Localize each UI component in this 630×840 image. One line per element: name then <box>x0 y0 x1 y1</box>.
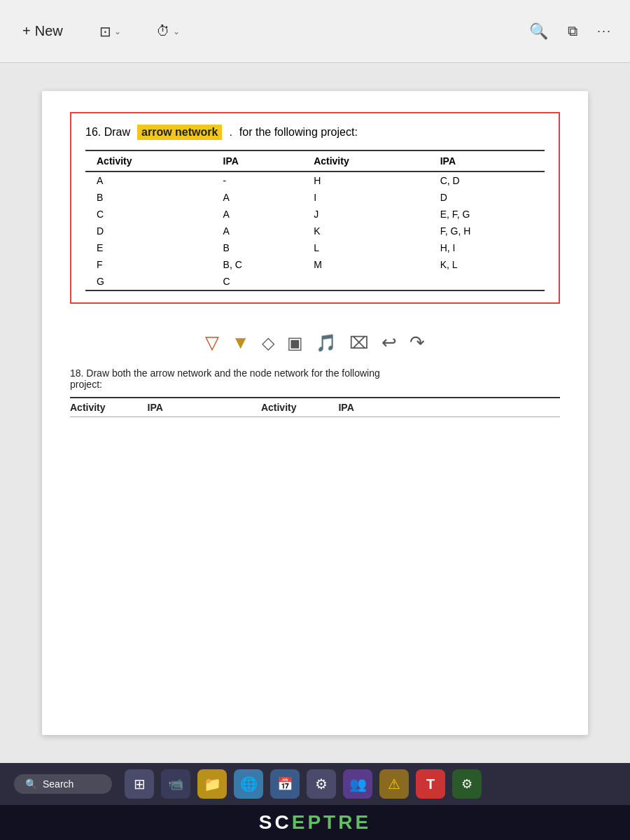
right-ipa-1: D <box>429 189 545 206</box>
taskbar-grid-icon[interactable]: ⊞ <box>125 769 154 799</box>
taskbar-folder-icon[interactable]: 📁 <box>197 769 227 799</box>
col1-ipa-header: IPA <box>212 150 303 172</box>
table-row: F B, C M K, L <box>85 256 545 273</box>
left-ipa-3: A <box>212 223 303 239</box>
browser-icon: 🌐 <box>240 776 258 792</box>
right-activity-2: J <box>302 206 429 223</box>
taskbar-warning-icon[interactable]: ⚠ <box>379 769 409 799</box>
search-icon: 🔍 <box>25 778 37 790</box>
table-row: C A J E, F, G <box>85 206 545 223</box>
new-tab-button[interactable]: ⊡ ⌄ <box>92 19 128 44</box>
brand-sc: SC <box>259 811 292 833</box>
undo-icon[interactable]: ↩ <box>382 332 397 354</box>
table-row: D A K F, G, H <box>85 223 545 239</box>
taskbar-browser-icon[interactable]: 🌐 <box>234 769 263 799</box>
table-header-row: Activity IPA Activity IPA <box>85 150 545 172</box>
note-icon[interactable]: 🎵 <box>316 333 337 353</box>
right-ipa-3: F, G, H <box>429 223 545 239</box>
t-icon: T <box>426 776 435 792</box>
col2-ipa-header: IPA <box>429 150 545 172</box>
left-ipa-0: - <box>212 172 303 189</box>
right-ipa-2: E, F, G <box>429 206 545 223</box>
diamond-icon[interactable]: ◇ <box>262 333 274 353</box>
left-activity-3: D <box>85 223 212 239</box>
p18-col1-activity: Activity <box>70 402 106 413</box>
page-content: 16. Draw arrow network . for the followi… <box>42 91 588 735</box>
left-ipa-6: C <box>212 273 303 290</box>
redo-icon[interactable]: ↷ <box>410 332 425 354</box>
right-activity-0: H <box>302 172 429 189</box>
clock-button[interactable]: ⏱ ⌄ <box>149 19 187 43</box>
problem-16-period: . <box>229 126 232 139</box>
extra-icon: ⚙ <box>461 776 472 792</box>
folder-icon: 📁 <box>204 776 221 792</box>
video-icon: 📹 <box>168 776 183 792</box>
team-icon: 👥 <box>349 776 367 792</box>
copy-icon[interactable]: ⧉ <box>564 19 582 43</box>
right-activity-3: K <box>302 223 429 239</box>
calendar-icon: 📅 <box>277 776 293 792</box>
left-ipa-5: B, C <box>212 256 303 273</box>
col2-activity-header: Activity <box>302 150 429 172</box>
p18-col2-ipa: IPA <box>338 402 354 413</box>
taskbar-extra-icon[interactable]: ⚙ <box>452 769 482 799</box>
brand-text: SCEPTRE <box>259 811 371 834</box>
problem-16-number: 16. Draw <box>85 126 130 139</box>
right-activity-4: L <box>302 239 429 256</box>
table-row-last: G C <box>85 273 545 290</box>
rectangle-icon[interactable]: ▣ <box>287 333 303 353</box>
table-row: B A I D <box>85 189 545 206</box>
taskbar-icons: ⊞ 📹 📁 🌐 📅 ⚙ 👥 ⚠ T <box>125 769 482 799</box>
settings-icon: ⚙ <box>315 776 328 792</box>
clock-chevron: ⌄ <box>173 27 180 36</box>
left-ipa-2: A <box>212 206 303 223</box>
plus-icon: + <box>22 23 31 39</box>
taskbar-t-icon[interactable]: T <box>416 769 445 799</box>
taskbar-settings-icon[interactable]: ⚙ <box>307 769 336 799</box>
right-activity-6 <box>302 273 429 290</box>
col1-activity-header: Activity <box>85 150 212 172</box>
search-label: Search <box>43 778 74 790</box>
problem-18-text2: project: <box>70 379 102 390</box>
left-activity-1: B <box>85 189 212 206</box>
right-activity-5: M <box>302 256 429 273</box>
problem-18-text: 18. Draw both the arrow network and the … <box>70 368 380 379</box>
brand-eptre: EPTRE <box>292 811 371 833</box>
problem-16-title: 16. Draw arrow network . for the followi… <box>85 125 545 140</box>
filter-active-icon[interactable]: ▼ <box>232 332 250 354</box>
taskbar-calendar-icon[interactable]: 📅 <box>270 769 300 799</box>
more-menu-icon[interactable]: ··· <box>593 20 616 43</box>
left-activity-0: A <box>85 172 212 189</box>
new-label: New <box>35 23 63 39</box>
right-ipa-5: K, L <box>429 256 545 273</box>
left-ipa-1: A <box>212 189 303 206</box>
problem-18-table-header: Activity IPA Activity IPA <box>70 397 560 417</box>
clock-icon: ⏱ <box>156 23 170 39</box>
content-toolbar: ▽ ▼ ◇ ▣ 🎵 ⌧ ↩ ↷ <box>70 325 560 360</box>
taskbar-bottom: SCEPTRE <box>0 805 630 840</box>
taskbar: 🔍 Search ⊞ 📹 📁 🌐 📅 ⚙ 👥 <box>0 763 630 840</box>
filter-icon[interactable]: ▽ <box>205 332 219 354</box>
taskbar-top: 🔍 Search ⊞ 📹 📁 🌐 📅 ⚙ 👥 <box>0 763 630 805</box>
problem-16-table: Activity IPA Activity IPA A - H C, D B <box>85 150 545 291</box>
taskbar-team-icon[interactable]: 👥 <box>343 769 372 799</box>
right-ipa-6 <box>429 273 545 290</box>
search-icon[interactable]: 🔍 <box>525 18 552 45</box>
left-activity-2: C <box>85 206 212 223</box>
table-row: E B L H, I <box>85 239 545 256</box>
p18-col2-activity: Activity <box>261 402 297 413</box>
content-area: 16. Draw arrow network . for the followi… <box>0 63 630 763</box>
problem-16-highlight: arrow network <box>137 125 222 140</box>
left-activity-5: F <box>85 256 212 273</box>
taskbar-search[interactable]: 🔍 Search <box>14 774 112 794</box>
problem-18-area: 18. Draw both the arrow network and the … <box>70 368 560 417</box>
new-tab-icon: ⊡ <box>99 23 111 40</box>
new-tab-chevron: ⌄ <box>114 27 121 36</box>
grid-icon: ⊞ <box>134 776 146 792</box>
left-activity-4: E <box>85 239 212 256</box>
taskbar-video-icon[interactable]: 📹 <box>161 769 190 799</box>
crop-icon[interactable]: ⌧ <box>349 333 369 353</box>
left-activity-6: G <box>85 273 212 290</box>
new-button[interactable]: + New <box>14 18 71 45</box>
problem-16-box: 16. Draw arrow network . for the followi… <box>70 112 560 304</box>
